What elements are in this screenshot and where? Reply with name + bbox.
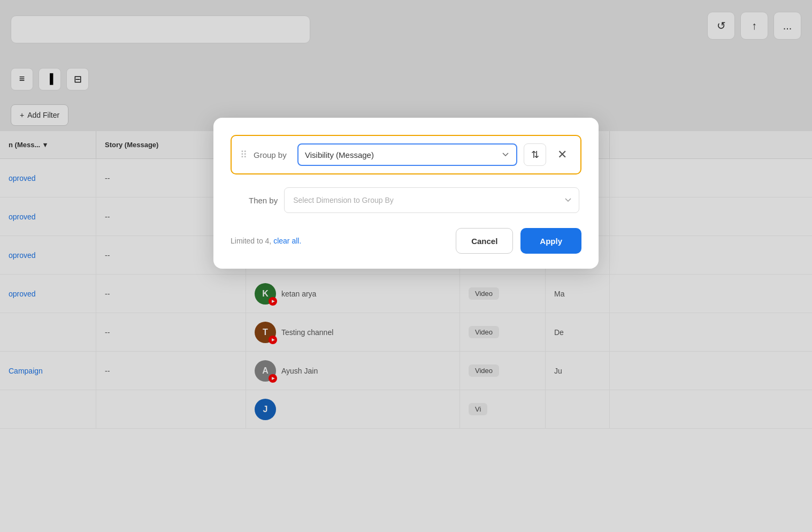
then-by-select[interactable]: Select Dimension to Group By	[284, 187, 579, 213]
modal-overlay: ⠿ Group by Visibility (Message) ⇅ ✕ Then…	[0, 0, 812, 532]
apply-button[interactable]: Apply	[520, 228, 581, 254]
then-by-row: Then by Select Dimension to Group By	[231, 187, 581, 213]
group-by-row: ⠿ Group by Visibility (Message) ⇅ ✕	[231, 135, 581, 174]
clear-all-link[interactable]: clear all.	[273, 237, 301, 245]
group-sort-button[interactable]: ⇅	[524, 143, 546, 166]
close-icon: ✕	[557, 148, 567, 162]
group-by-select[interactable]: Visibility (Message)	[297, 143, 517, 166]
cancel-button[interactable]: Cancel	[456, 228, 513, 254]
group-by-label: Group by	[254, 150, 291, 159]
group-by-close-button[interactable]: ✕	[553, 145, 572, 164]
drag-handle-icon[interactable]: ⠿	[240, 149, 247, 161]
group-by-modal: ⠿ Group by Visibility (Message) ⇅ ✕ Then…	[213, 118, 599, 269]
group-sort-icon: ⇅	[531, 149, 539, 161]
then-by-label: Then by	[233, 196, 278, 205]
modal-footer-info: Limited to 4, clear all.	[231, 237, 448, 245]
modal-footer: Limited to 4, clear all. Cancel Apply	[231, 228, 581, 254]
limited-text: Limited to 4,	[231, 237, 271, 245]
